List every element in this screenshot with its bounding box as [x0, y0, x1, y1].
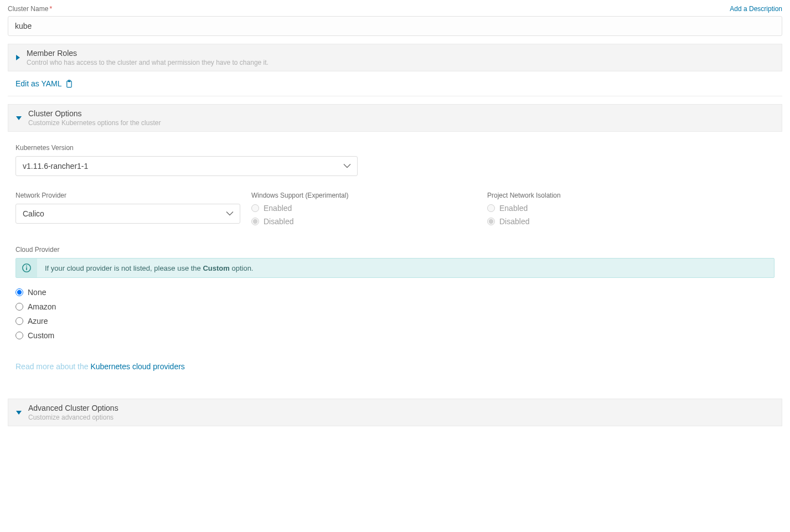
chevron-right-icon	[16, 55, 20, 60]
svg-rect-4	[26, 266, 27, 267]
chevron-down-icon	[16, 116, 22, 120]
cloud-provider-info-banner: If your cloud provider is not listed, pl…	[16, 258, 774, 278]
project-isolation-disabled-label: Disabled	[499, 217, 529, 226]
read-more-prefix: Read more about the	[16, 362, 90, 371]
cloud-info-prefix: If your cloud provider is not listed, pl…	[45, 264, 203, 272]
cluster-name-label: Cluster Name*	[8, 4, 52, 13]
network-provider-label: Network Provider	[16, 192, 251, 199]
k8s-version-select[interactable]: v1.11.6-rancher1-1	[16, 156, 358, 176]
cloud-info-suffix: option.	[230, 264, 254, 272]
network-provider-select[interactable]: Calico	[16, 204, 240, 224]
cloud-provider-none-radio[interactable]	[16, 288, 23, 296]
windows-support-disabled-label: Disabled	[264, 217, 293, 226]
windows-support-enabled-label: Enabled	[264, 204, 292, 213]
info-icon	[16, 259, 37, 277]
windows-support-label: Windows Support (Experimental)	[251, 192, 487, 199]
project-isolation-enabled-label: Enabled	[499, 204, 528, 213]
cloud-provider-amazon-radio[interactable]	[16, 303, 23, 311]
cluster-options-subtitle: Customize Kubernetes options for the clu…	[28, 119, 161, 127]
cloud-info-bold: Custom	[203, 264, 229, 272]
cloud-provider-azure-radio[interactable]	[16, 317, 23, 325]
chevron-down-icon	[16, 411, 22, 415]
cluster-options-title: Cluster Options	[28, 109, 161, 118]
advanced-options-title: Advanced Cluster Options	[28, 404, 118, 412]
cloud-provider-custom-label[interactable]: Custom	[28, 331, 54, 340]
project-isolation-label: Project Network Isolation	[487, 192, 782, 199]
advanced-options-subtitle: Customize advanced options	[28, 414, 118, 421]
cloud-provider-label: Cloud Provider	[8, 246, 782, 254]
member-roles-title: Member Roles	[27, 49, 269, 58]
k8s-cloud-providers-link[interactable]: Kubernetes cloud providers	[90, 362, 184, 371]
windows-support-enabled-radio	[251, 204, 259, 212]
cloud-provider-custom-radio[interactable]	[16, 332, 23, 339]
cloud-provider-amazon-label[interactable]: Amazon	[28, 302, 56, 311]
project-isolation-enabled-radio	[487, 204, 495, 212]
cluster-name-input[interactable]	[8, 16, 782, 36]
cluster-options-section-header[interactable]: Cluster Options Customize Kubernetes opt…	[8, 104, 782, 132]
cloud-provider-azure-label[interactable]: Azure	[28, 317, 48, 326]
member-roles-subtitle: Control who has access to the cluster an…	[27, 59, 269, 66]
clipboard-icon	[65, 80, 73, 88]
project-isolation-disabled-radio	[487, 218, 495, 225]
cloud-provider-none-label[interactable]: None	[28, 288, 46, 297]
add-description-link[interactable]: Add a Description	[730, 5, 782, 13]
member-roles-section-header[interactable]: Member Roles Control who has access to t…	[8, 44, 782, 71]
windows-support-disabled-radio	[251, 218, 259, 225]
svg-rect-3	[26, 267, 27, 270]
advanced-options-section-header[interactable]: Advanced Cluster Options Customize advan…	[8, 399, 782, 426]
edit-as-yaml-link[interactable]: Edit as YAML	[16, 79, 73, 88]
k8s-version-label: Kubernetes Version	[8, 144, 782, 152]
